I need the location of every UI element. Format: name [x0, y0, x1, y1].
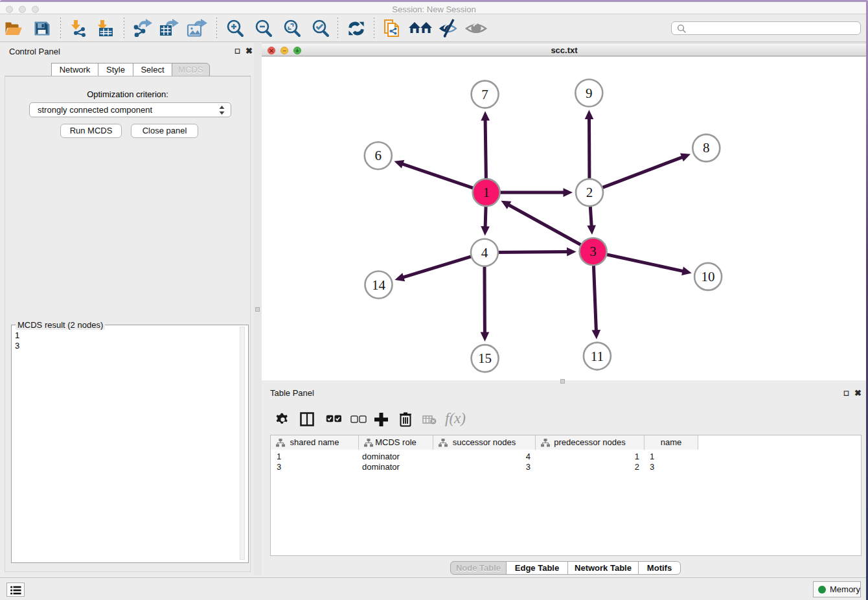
svg-text:7: 7	[481, 87, 488, 102]
svg-text:11: 11	[591, 349, 604, 364]
svg-text:14: 14	[372, 277, 386, 293]
svg-text:10: 10	[702, 269, 715, 284]
svg-text:15: 15	[478, 351, 492, 366]
svg-text:2: 2	[586, 185, 593, 200]
svg-text:6: 6	[375, 148, 382, 163]
svg-text:9: 9	[586, 86, 593, 101]
svg-text:1: 1	[483, 185, 490, 200]
svg-text:3: 3	[589, 244, 597, 259]
svg-text:8: 8	[703, 140, 710, 156]
svg-text:4: 4	[481, 245, 488, 260]
